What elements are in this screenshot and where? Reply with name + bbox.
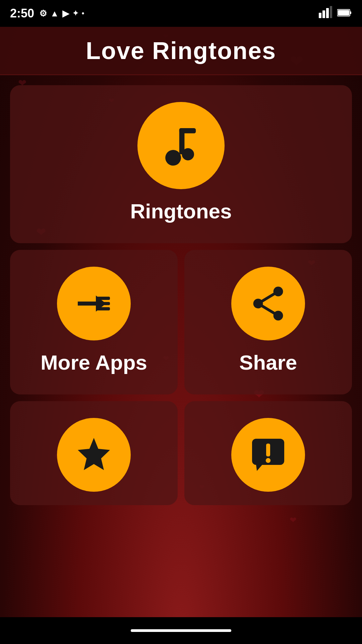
svg-rect-6: [350, 11, 351, 14]
feedback-card[interactable]: [184, 401, 352, 505]
svg-rect-12: [96, 297, 110, 300]
more-apps-icon: [74, 283, 114, 324]
status-icons: ⚙ ▲ ▶ ✦ •: [39, 8, 84, 19]
svg-point-24: [266, 458, 270, 463]
feedback-icon: [248, 435, 288, 475]
svg-rect-23: [266, 443, 270, 456]
more-apps-label: More Apps: [41, 351, 147, 374]
shield-icon: ▲: [50, 8, 59, 19]
feedback-icon-circle: [231, 418, 305, 492]
svg-line-19: [258, 304, 278, 316]
svg-rect-13: [96, 302, 110, 305]
svg-line-18: [258, 291, 278, 304]
bottom-cards-row: [10, 401, 352, 505]
main-content: Ringtones More Apps: [0, 75, 362, 515]
play-icon: ▶: [62, 8, 69, 19]
share-icon: [248, 283, 288, 324]
share-icon-circle: [231, 267, 305, 340]
status-time-section: 2:50 ⚙ ▲ ▶ ✦ •: [10, 6, 84, 20]
svg-rect-2: [326, 8, 329, 18]
status-time: 2:50: [10, 6, 34, 20]
app-title: Love Ringtones: [7, 37, 355, 64]
ringtones-label: Ringtones: [130, 199, 232, 223]
rate-card[interactable]: [10, 401, 178, 505]
share-card[interactable]: Share: [184, 250, 352, 394]
svg-rect-14: [96, 307, 110, 311]
svg-rect-3: [330, 6, 332, 18]
svg-marker-20: [78, 438, 110, 470]
share-label: Share: [239, 351, 297, 374]
svg-rect-9: [179, 128, 196, 133]
dot-icon: •: [82, 9, 84, 18]
nav-home-indicator: [131, 629, 231, 632]
svg-marker-22: [256, 465, 262, 471]
star-icon: [74, 435, 114, 475]
more-apps-icon-circle: [57, 267, 131, 340]
app-header: Love Ringtones: [0, 27, 362, 75]
settings-icon: ⚙: [39, 8, 47, 19]
svg-rect-1: [322, 10, 325, 18]
battery-icon: [337, 7, 352, 20]
svg-rect-0: [319, 13, 321, 18]
svg-point-10: [182, 148, 194, 160]
svg-point-7: [165, 150, 181, 166]
status-right-icons: [319, 6, 352, 21]
ringtones-card[interactable]: Ringtones: [10, 85, 352, 243]
navigation-bar: [0, 617, 362, 644]
middle-cards-row: More Apps Share: [10, 250, 352, 394]
status-bar: 2:50 ⚙ ▲ ▶ ✦ •: [0, 0, 362, 27]
rate-icon-circle: [57, 418, 131, 492]
signal-icon: [319, 6, 332, 21]
star-small-icon: ✦: [72, 9, 78, 18]
music-note-icon: [159, 124, 203, 167]
svg-rect-5: [338, 10, 349, 15]
more-apps-card[interactable]: More Apps: [10, 250, 178, 394]
ringtones-icon-circle: [137, 102, 225, 189]
